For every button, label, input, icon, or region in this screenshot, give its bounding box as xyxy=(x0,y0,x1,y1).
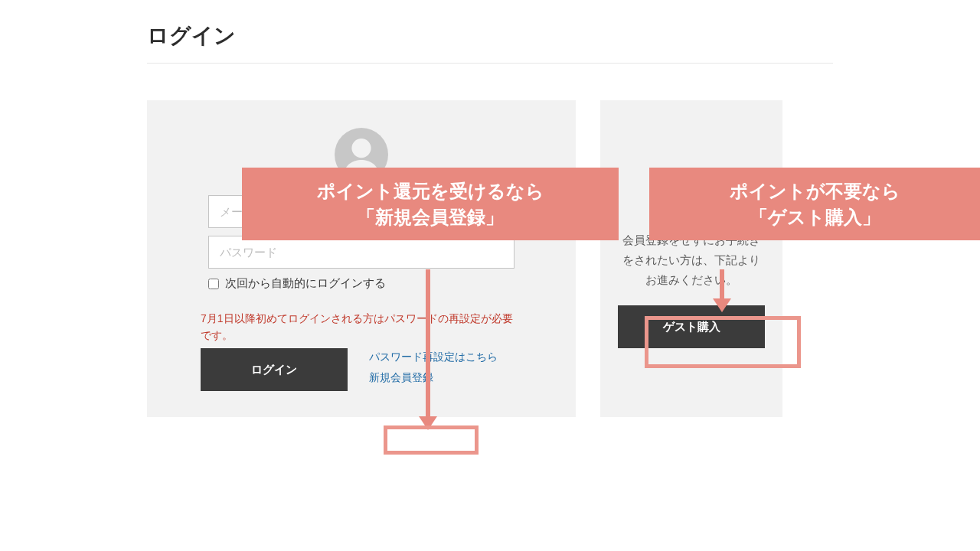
login-button[interactable]: ログイン xyxy=(201,348,348,391)
password-reset-link[interactable]: パスワード再設定はこちら xyxy=(369,348,522,365)
auto-login-label: 次回から自動的にログインする xyxy=(225,276,386,291)
page-title: ログイン xyxy=(147,21,833,64)
callout-guest-arrow-stem xyxy=(720,269,724,300)
svg-point-0 xyxy=(351,139,371,158)
callout-guest-arrow-head xyxy=(713,298,731,312)
password-input[interactable] xyxy=(208,236,514,269)
callout-guest: ポイントが不要なら 「ゲスト購入」 xyxy=(649,168,980,240)
auto-login-row[interactable]: 次回から自動的にログインする xyxy=(208,276,514,291)
callout-register: ポイント還元を受けるなら 「新規会員登録」 xyxy=(242,168,619,240)
callout-register-line1: ポイント還元を受けるなら xyxy=(265,178,596,204)
password-reset-notice: 7月1日以降初めてログインされる方はパスワードの再設定が必要です。 xyxy=(201,311,522,344)
login-panel: 次回から自動的にログインする 7月1日以降初めてログインされる方はパスワードの再… xyxy=(147,100,576,417)
callout-guest-line1: ポイントが不要なら xyxy=(672,178,957,204)
callout-register-arrow-head xyxy=(419,416,437,430)
guest-panel: 会員登録をせずにお手続きをされたい方は、下記よりお進みください。 ゲスト購入 xyxy=(600,100,782,417)
register-link[interactable]: 新規会員登録 xyxy=(369,369,433,386)
callout-register-line2: 「新規会員登録」 xyxy=(265,204,596,230)
auto-login-checkbox[interactable] xyxy=(208,279,219,289)
guest-purchase-button[interactable]: ゲスト購入 xyxy=(618,305,765,348)
callout-guest-line2: 「ゲスト購入」 xyxy=(672,204,957,230)
callout-register-arrow-stem xyxy=(426,269,430,418)
